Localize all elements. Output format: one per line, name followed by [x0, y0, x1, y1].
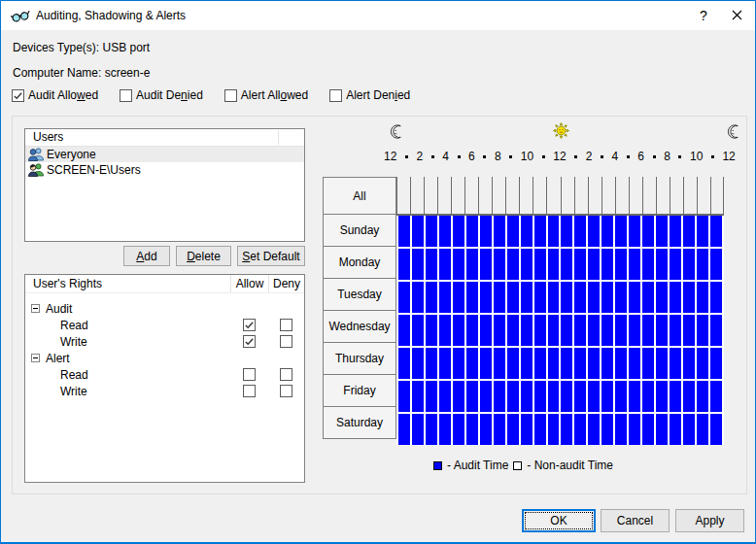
time-cell-tuesday-15[interactable] — [588, 282, 600, 313]
deny-checkbox[interactable] — [280, 335, 292, 348]
time-cell-monday-3[interactable] — [426, 249, 437, 280]
time-cell-thursday-10[interactable] — [521, 348, 533, 379]
time-cell-thursday-6[interactable] — [466, 348, 478, 379]
time-cell-tuesday-9[interactable] — [507, 282, 519, 313]
time-cell-thursday-23[interactable] — [697, 348, 708, 379]
time-cell-sunday-16[interactable] — [601, 216, 613, 247]
filter-checkbox-alert-denied[interactable]: Alert Denied — [329, 88, 410, 102]
time-cell-monday-20[interactable] — [656, 249, 668, 280]
time-cell-friday-19[interactable] — [642, 381, 654, 412]
time-cell-tuesday-19[interactable] — [642, 282, 654, 313]
time-cell-friday-23[interactable] — [697, 381, 708, 412]
time-cell-friday-17[interactable] — [615, 381, 627, 412]
help-button[interactable]: ? — [687, 1, 720, 30]
time-cell-monday-10[interactable] — [521, 249, 533, 280]
time-cell-wednesday-14[interactable] — [574, 315, 586, 346]
checkbox[interactable] — [120, 89, 132, 102]
hour-column-16[interactable] — [601, 177, 615, 214]
time-cell-friday-7[interactable] — [480, 381, 492, 412]
time-cell-friday-13[interactable] — [561, 381, 572, 412]
time-cell-sunday-11[interactable] — [534, 216, 546, 247]
users-column-header[interactable]: Users — [25, 129, 304, 147]
hour-column-6[interactable] — [464, 177, 478, 214]
deny-checkbox[interactable] — [280, 319, 292, 331]
time-cell-saturday-10[interactable] — [521, 414, 533, 445]
time-cell-sunday-18[interactable] — [629, 216, 640, 247]
time-cell-tuesday-22[interactable] — [683, 282, 695, 313]
time-cell-saturday-3[interactable] — [426, 414, 437, 445]
time-cell-sunday-10[interactable] — [521, 216, 533, 247]
hour-column-1[interactable] — [396, 177, 410, 214]
time-cell-wednesday-20[interactable] — [656, 315, 668, 346]
day-button-tuesday[interactable]: Tuesday — [323, 278, 396, 311]
time-cell-sunday-14[interactable] — [574, 216, 586, 247]
time-cell-sunday-19[interactable] — [642, 216, 654, 247]
time-cell-wednesday-1[interactable] — [398, 315, 410, 346]
time-cell-saturday-6[interactable] — [466, 414, 478, 445]
time-cell-wednesday-22[interactable] — [683, 315, 695, 346]
time-cell-thursday-9[interactable] — [507, 348, 519, 379]
time-cell-saturday-7[interactable] — [480, 414, 492, 445]
time-cell-wednesday-7[interactable] — [480, 315, 492, 346]
time-cell-thursday-17[interactable] — [615, 348, 627, 379]
time-cell-tuesday-18[interactable] — [629, 282, 640, 313]
allow-checkbox[interactable] — [243, 319, 256, 331]
time-cell-tuesday-4[interactable] — [439, 282, 451, 313]
time-cell-tuesday-6[interactable] — [466, 282, 478, 313]
time-cell-monday-17[interactable] — [615, 249, 627, 280]
time-cell-monday-12[interactable] — [548, 249, 560, 280]
time-cell-friday-22[interactable] — [683, 381, 695, 412]
time-cell-monday-1[interactable] — [398, 249, 410, 280]
hour-column-18[interactable] — [629, 177, 642, 214]
time-cell-friday-2[interactable] — [412, 381, 424, 412]
time-cell-friday-3[interactable] — [426, 381, 437, 412]
time-cell-thursday-5[interactable] — [453, 348, 464, 379]
time-cell-wednesday-19[interactable] — [642, 315, 654, 346]
time-cell-monday-6[interactable] — [466, 249, 478, 280]
time-cell-monday-9[interactable] — [507, 249, 519, 280]
apply-button[interactable]: Apply — [675, 509, 744, 532]
time-cell-saturday-4[interactable] — [439, 414, 451, 445]
ok-button[interactable]: OK — [522, 509, 596, 532]
time-cell-friday-20[interactable] — [656, 381, 668, 412]
hour-column-10[interactable] — [519, 177, 533, 214]
time-cell-thursday-19[interactable] — [642, 348, 654, 379]
time-cell-wednesday-9[interactable] — [507, 315, 519, 346]
hour-column-4[interactable] — [437, 177, 451, 214]
time-cell-thursday-22[interactable] — [683, 348, 695, 379]
time-cell-saturday-13[interactable] — [561, 414, 572, 445]
time-cell-saturday-15[interactable] — [588, 414, 600, 445]
time-cell-saturday-19[interactable] — [642, 414, 654, 445]
time-cell-wednesday-13[interactable] — [561, 315, 572, 346]
time-cell-tuesday-2[interactable] — [412, 282, 424, 313]
time-cell-saturday-24[interactable] — [710, 414, 722, 445]
time-cell-thursday-21[interactable] — [670, 348, 681, 379]
time-cell-monday-16[interactable] — [601, 249, 613, 280]
time-cell-thursday-8[interactable] — [494, 348, 505, 379]
time-cell-wednesday-6[interactable] — [466, 315, 478, 346]
time-cell-friday-16[interactable] — [601, 381, 613, 412]
time-cell-thursday-12[interactable] — [548, 348, 560, 379]
time-cell-friday-10[interactable] — [521, 381, 533, 412]
time-cell-wednesday-10[interactable] — [521, 315, 533, 346]
time-cell-tuesday-7[interactable] — [480, 282, 492, 313]
day-button-wednesday[interactable]: Wednesday — [323, 310, 396, 343]
time-cell-thursday-13[interactable] — [561, 348, 572, 379]
time-cell-sunday-12[interactable] — [548, 216, 560, 247]
time-cell-friday-21[interactable] — [670, 381, 681, 412]
time-cell-tuesday-10[interactable] — [521, 282, 533, 313]
time-cell-thursday-11[interactable] — [534, 348, 546, 379]
time-cell-sunday-9[interactable] — [507, 216, 519, 247]
time-cell-friday-12[interactable] — [548, 381, 560, 412]
time-cell-friday-11[interactable] — [534, 381, 546, 412]
hour-column-13[interactable] — [561, 177, 574, 214]
time-cell-tuesday-8[interactable] — [494, 282, 505, 313]
time-cell-thursday-24[interactable] — [710, 348, 722, 379]
time-cell-sunday-15[interactable] — [588, 216, 600, 247]
time-cell-saturday-17[interactable] — [615, 414, 627, 445]
time-cell-monday-7[interactable] — [480, 249, 492, 280]
close-button[interactable] — [720, 1, 753, 30]
allow-checkbox[interactable] — [243, 368, 256, 381]
time-cell-thursday-3[interactable] — [426, 348, 437, 379]
time-cell-sunday-2[interactable] — [412, 216, 424, 247]
